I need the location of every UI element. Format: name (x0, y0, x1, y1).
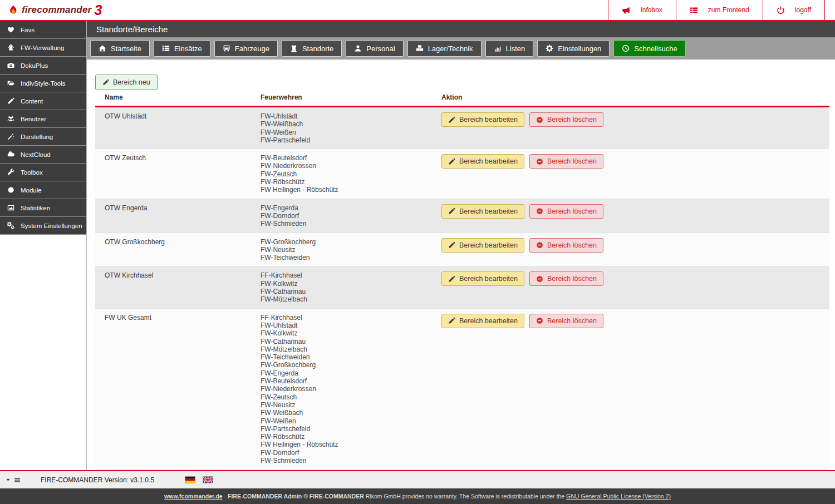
brand-suffix: 3 (94, 4, 102, 16)
bereich-bearbeiten-label: Bereich bearbeiten (459, 317, 518, 325)
sidebar-item-darstellung[interactable]: Darstellung (0, 128, 86, 146)
toolbar-button-standorte[interactable]: Standorte (282, 40, 342, 57)
row-feuerwehren: FW-EngerdaFW-DorndorfFW-Schmieden (261, 204, 441, 228)
bereich-loeschen-button[interactable]: Bereich löschen (529, 238, 603, 253)
feuerwehr-item: FW-Weißen (261, 129, 441, 136)
feuerwehr-item: FW-Uhlstädt (261, 112, 441, 120)
content-area: Bereich neu Name Feuerwehren Aktion OTW … (87, 60, 835, 470)
heart-icon (7, 26, 14, 33)
feuerwehr-item: FW Heilingen - Röbschütz (261, 441, 441, 448)
feuerwehr-item: FF-Kirchhasel (261, 271, 441, 279)
row-feuerwehren: FF-KirchhaselFW-UhlstädtFW-KolkwitzFW-Ca… (261, 314, 441, 465)
feuerwehr-item: FW-Teichweiden (261, 353, 441, 361)
sidebar-item-indivstyle-tools[interactable]: IndivStyle-Tools (0, 75, 86, 92)
german-flag[interactable] (185, 476, 195, 483)
sidebar-item-statistiken[interactable]: Statistiken (0, 199, 86, 217)
vehicle-icon (223, 45, 230, 52)
bereich-bearbeiten-button[interactable]: Bereich bearbeiten (441, 271, 524, 286)
minus-circle-icon (536, 241, 543, 249)
cloud-icon (7, 151, 14, 158)
bereich-loeschen-button[interactable]: Bereich löschen (529, 154, 603, 169)
row-actions: Bereich bearbeiten Bereich löschen (441, 154, 829, 194)
feuerwehr-item: FW Heilingen - Röbschütz (261, 186, 441, 194)
feuerwehr-item: FW-Kolkwitz (261, 329, 441, 337)
pencil-icon (448, 275, 455, 283)
column-aktion: Aktion (441, 93, 829, 101)
magic-wand-icon (7, 133, 14, 140)
legal-bar: www.fcommander.de - FIRE-COMMANDER Admin… (0, 488, 835, 504)
bereich-loeschen-label: Bereich löschen (547, 116, 597, 123)
sidebar-item-dokuplus[interactable]: DokuPlus (0, 57, 86, 75)
feuerwehr-item: FW-Dorndorf (261, 212, 441, 220)
feuerwehr-item: FW-Schmieden (261, 457, 441, 465)
sidebar-item-content[interactable]: Content (0, 92, 86, 110)
sidebar-item-fw-verwaltung[interactable]: FW-Verwaltung (0, 39, 86, 57)
row-name: OTW Kirchhasel (95, 271, 261, 303)
sidebar-item-benutzer[interactable]: Benutzer (0, 110, 86, 128)
folder-open-icon (7, 80, 14, 87)
sidebar-item-module[interactable]: Module (0, 181, 86, 199)
table-row: FW UK Gesamt FF-KirchhaselFW-UhlstädtFW-… (95, 309, 829, 470)
bereich-loeschen-button[interactable]: Bereich löschen (529, 314, 603, 328)
caret-down-icon (6, 477, 11, 482)
sidebar-item-nextcloud[interactable]: NextCloud (0, 146, 86, 164)
table-header: Name Feuerwehren Aktion (95, 93, 829, 107)
site-link[interactable]: www.fcommander.de (164, 493, 223, 500)
fire-hydrant-icon (7, 44, 14, 51)
row-feuerwehren: FW-GroßkochbergFW-NeusitzFW-Teichweiden (261, 238, 441, 262)
row-feuerwehren: FF-KirchhaselFW-KolkwitzFW-CatharinauFW-… (261, 271, 441, 303)
brand-logo[interactable]: firecommander 3 (0, 0, 102, 20)
toolbar-button-listen[interactable]: Listen (485, 40, 534, 57)
pencil-icon (7, 97, 14, 105)
feuerwehr-item: FW-Beutelsdorf (261, 377, 441, 385)
language-flags (185, 476, 213, 483)
bereich-loeschen-button[interactable]: Bereich löschen (529, 271, 603, 286)
feuerwehr-item: FW-Mötzelbach (261, 295, 441, 303)
bereich-bearbeiten-button[interactable]: Bereich bearbeiten (441, 112, 524, 127)
footer-menu-toggle[interactable] (6, 477, 21, 483)
camera-icon (7, 62, 14, 69)
column-name: Name (95, 93, 261, 101)
license-link[interactable]: GNU General Public License (Version 2) (566, 493, 671, 500)
bereich-neu-button[interactable]: Bereich neu (95, 75, 158, 90)
table-body: OTW Uhlstädt FW-UhlstädtFW-WeißbachFW-We… (95, 107, 829, 470)
list-icon (690, 6, 698, 14)
bereich-bearbeiten-button[interactable]: Bereich bearbeiten (441, 314, 524, 328)
bereich-loeschen-button[interactable]: Bereich löschen (529, 204, 603, 219)
toolbar-button-personal[interactable]: Personal (346, 40, 403, 57)
bereich-loeschen-button[interactable]: Bereich löschen (529, 112, 603, 127)
column-feuerwehren: Feuerwehren (261, 93, 441, 101)
feuerwehr-item: FW-Schmieden (261, 220, 441, 228)
sidebar-nav: Favs FW-Verwaltung DokuPlus IndivStyle-T… (0, 21, 86, 235)
row-actions: Bereich bearbeiten Bereich löschen (441, 112, 829, 144)
toolbar-button-lager-technik[interactable]: Lager/Technik (407, 40, 482, 57)
sidebar-item-favs[interactable]: Favs (0, 21, 86, 39)
toolbar-button-fahrzeuge[interactable]: Fahrzeuge (214, 40, 278, 57)
topbar-actions: Infobox zum Frontend logoff (608, 0, 825, 20)
toolbar-button-einstellungen[interactable]: Einstellungen (537, 40, 610, 57)
puzzle-icon (7, 186, 14, 194)
feuerwehr-item: FW-Uhlstädt (261, 322, 441, 329)
row-actions: Bereich bearbeiten Bereich löschen (441, 314, 829, 465)
topbar-action-logoff[interactable]: logoff (763, 0, 824, 20)
users-icon (7, 115, 14, 122)
bereich-bearbeiten-label: Bereich bearbeiten (459, 207, 518, 215)
flame-icon (7, 4, 19, 16)
toolbar-button-eins-tze[interactable]: Einsätze (154, 40, 210, 57)
topbar-action-infobox[interactable]: Infobox (608, 0, 675, 20)
toolbar-button-startseite[interactable]: Startseite (90, 40, 150, 57)
minus-circle-icon (536, 158, 543, 165)
row-name: FW UK Gesamt (95, 314, 261, 465)
topbar-action-zum-frontend[interactable]: zum Frontend (676, 0, 763, 20)
bereich-bearbeiten-button[interactable]: Bereich bearbeiten (441, 204, 524, 219)
feuerwehr-item: FW-Neusitz (261, 401, 441, 409)
toolbar-button-schnellsuche[interactable]: Schnellsuche (613, 40, 685, 57)
feuerwehr-item: FW-Partschefeld (261, 136, 441, 144)
sidebar-item-toolbox[interactable]: Toolbox (0, 164, 86, 181)
feuerwehr-item: FW-Niederkrossen (261, 385, 441, 393)
sidebar-item-system-einstellungen[interactable]: System Einstellungen (0, 217, 86, 235)
bereich-bearbeiten-button[interactable]: Bereich bearbeiten (441, 154, 524, 169)
uk-flag[interactable] (203, 476, 213, 483)
bereich-bearbeiten-button[interactable]: Bereich bearbeiten (441, 238, 524, 253)
row-name: OTW Zeutsch (95, 154, 261, 194)
